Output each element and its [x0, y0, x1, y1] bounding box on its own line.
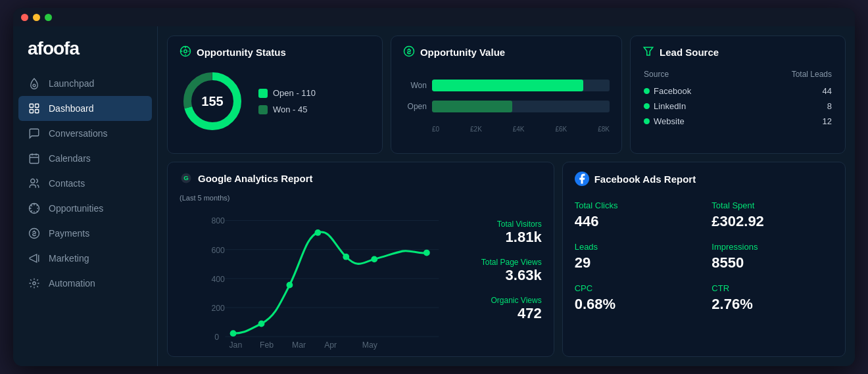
lead-source-card: Lead Source Source Total Leads Facebook [630, 35, 846, 154]
leads-col-header: Total Leads [746, 70, 832, 83]
opportunity-icon [180, 45, 191, 59]
close-dot[interactable] [21, 14, 28, 21]
google-icon: G [180, 172, 193, 185]
dashboard-icon [28, 102, 41, 115]
svg-text:May: May [362, 340, 378, 350]
svg-marker-19 [644, 47, 653, 55]
svg-point-9 [31, 179, 35, 183]
automation-label: Automation [49, 278, 95, 289]
fb-stat-impressions: Impressions 8550 [711, 242, 833, 271]
bar-track-open [432, 101, 610, 112]
stat-total-visitors: Total Visitors 1.81k [463, 220, 542, 246]
sidebar-item-opportunities[interactable]: Opportunities [13, 196, 157, 221]
sidebar-item-automation[interactable]: Automation [13, 271, 157, 296]
contacts-icon [28, 177, 41, 190]
facebook-ads-card: Facebook Ads Report Total Clicks 446 Tot… [562, 162, 846, 357]
fb-stat-cpc: CPC 0.68% [575, 283, 696, 313]
opportunities-icon [28, 202, 41, 215]
sidebar: afoofa Launchpad Dashboard Conver [13, 26, 158, 366]
fb-stat-ctr: CTR 2.76% [711, 283, 833, 313]
svg-point-33 [258, 321, 265, 327]
fb-stat-total-clicks: Total Clicks 446 [575, 200, 696, 230]
automation-icon [28, 277, 41, 290]
funnel-icon [642, 45, 654, 59]
source-col-header: Source [644, 70, 744, 83]
opportunity-status-card: Opportunity Status 155 [167, 35, 383, 154]
svg-text:G: G [183, 174, 189, 181]
bar-track-won [432, 80, 610, 91]
svg-text:Jan: Jan [229, 340, 242, 350]
donut-chart: 155 [180, 68, 245, 134]
svg-point-13 [33, 282, 36, 285]
opportunity-status-title: Opportunity Status [180, 45, 370, 59]
sidebar-item-conversations[interactable]: Conversations [13, 121, 157, 146]
payments-label: Payments [49, 228, 89, 239]
sidebar-item-payments[interactable]: Payments [13, 221, 157, 246]
google-analytics-title: G Google Analytics Report [180, 172, 542, 185]
svg-point-37 [371, 256, 377, 262]
svg-text:800: 800 [211, 216, 225, 225]
table-row: LinkedIn 8 [644, 99, 832, 113]
sidebar-item-marketing[interactable]: Marketing [13, 246, 157, 271]
opportunity-value-card: Opportunity Value Won Open [391, 35, 622, 154]
legend-won: Won - 45 [258, 105, 316, 114]
value-icon [403, 45, 415, 59]
svg-rect-3 [30, 110, 33, 113]
total-cell: 8 [746, 99, 832, 113]
conversations-label: Conversations [49, 128, 108, 139]
minimize-dot[interactable] [33, 14, 40, 21]
sidebar-item-dashboard[interactable]: Dashboard [18, 96, 152, 121]
svg-rect-5 [30, 154, 39, 164]
source-cell: Facebook [644, 84, 744, 98]
sidebar-item-calendars[interactable]: Calendars [13, 146, 157, 171]
svg-text:400: 400 [211, 275, 225, 284]
svg-point-0 [33, 84, 36, 87]
table-row: Facebook 44 [644, 84, 832, 98]
opportunities-label: Opportunities [49, 203, 103, 214]
table-row: Website 12 [644, 114, 832, 128]
opportunity-status-content: 155 Open - 110 Won - 45 [180, 68, 370, 134]
calendars-label: Calendars [49, 153, 91, 164]
svg-marker-11 [30, 254, 37, 262]
svg-point-38 [423, 250, 430, 256]
bar-axis: £0 £2K £4K £6K £8K [403, 126, 610, 133]
lead-source-title: Lead Source [642, 45, 833, 59]
fb-stat-total-spent: Total Spent £302.92 [711, 200, 833, 230]
contacts-label: Contacts [49, 178, 85, 189]
bar-row-won: Won [403, 80, 610, 91]
svg-text:Apr: Apr [324, 340, 337, 350]
svg-point-14 [184, 50, 187, 53]
main-content: Opportunity Status 155 [158, 26, 855, 366]
sidebar-item-launchpad[interactable]: Launchpad [13, 71, 157, 96]
donut-total: 155 [201, 94, 223, 109]
opportunity-value-title: Opportunity Value [403, 45, 610, 59]
bar-fill-won [432, 80, 583, 91]
facebook-ads-title: Facebook Ads Report [575, 172, 833, 186]
opportunity-value-bars: Won Open £0 [403, 68, 610, 144]
total-cell: 12 [746, 114, 832, 128]
app-window: afoofa Launchpad Dashboard Conver [13, 8, 855, 366]
logo: afoofa [13, 38, 157, 71]
won-dot [258, 105, 268, 114]
stat-organic-views: Organic Views 472 [463, 296, 542, 322]
svg-point-32 [230, 330, 237, 337]
total-cell: 44 [746, 84, 832, 98]
conversations-icon [28, 127, 41, 140]
svg-rect-2 [36, 104, 39, 107]
maximize-dot[interactable] [45, 14, 52, 21]
svg-text:0: 0 [214, 333, 219, 342]
opportunity-legend: Open - 110 Won - 45 [258, 88, 316, 114]
svg-point-35 [314, 229, 321, 236]
bar-row-open: Open [403, 101, 610, 112]
sidebar-item-contacts[interactable]: Contacts [13, 171, 157, 196]
launchpad-icon [28, 77, 41, 90]
facebook-ads-stats: Total Clicks 446 Total Spent £302.92 Lea… [575, 195, 833, 313]
launchpad-label: Launchpad [49, 78, 94, 89]
dashboard-label: Dashboard [49, 103, 94, 114]
line-chart-area: (Last 5 months) 800 600 400 200 0 [180, 194, 456, 347]
svg-text:Mar: Mar [292, 340, 306, 350]
legend-open: Open - 110 [258, 88, 316, 98]
svg-rect-4 [36, 110, 39, 113]
source-cell: Website [644, 114, 744, 128]
facebook-icon [575, 172, 589, 186]
